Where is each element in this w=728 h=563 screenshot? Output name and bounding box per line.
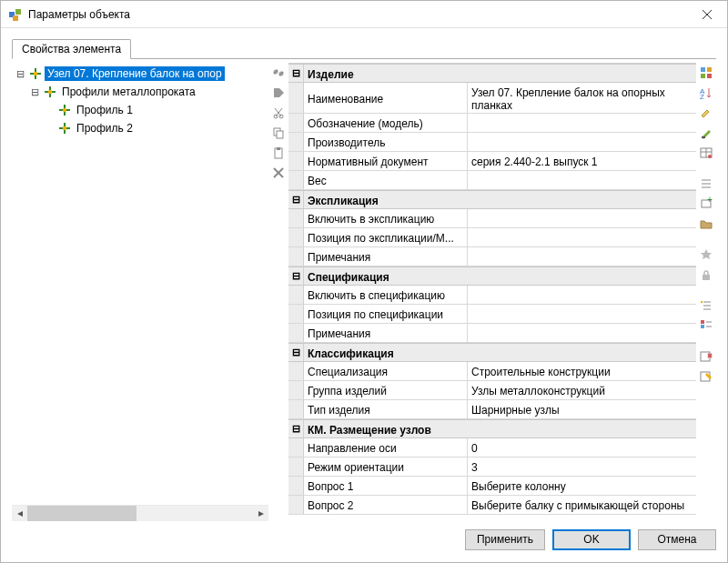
prop-spec-note[interactable]: Примечания <box>288 324 696 343</box>
prop-km-axis[interactable]: Направление оси 0 <box>288 438 696 457</box>
element-tree[interactable]: ⊟ Узел 07. Крепление балок на опор ⊟ Про… <box>12 63 268 505</box>
prop-value[interactable]: Строительные конструкции <box>468 362 696 380</box>
tree-node-child[interactable]: Профиль 2 <box>14 119 268 137</box>
prop-name[interactable]: Наименование Узел 07. Крепление балок на… <box>288 83 696 114</box>
scroll-thumb[interactable] <box>27 506 136 521</box>
prop-class-spec[interactable]: Специализация Строительные конструкции <box>288 362 696 381</box>
prop-exp-note[interactable]: Примечания <box>288 247 696 266</box>
lock-icon[interactable] <box>698 266 714 283</box>
highlight-icon[interactable] <box>698 105 714 121</box>
svg-point-39 <box>708 155 712 158</box>
prop-value[interactable] <box>468 209 696 227</box>
group-product[interactable]: ⊟ Изделие <box>288 64 696 83</box>
window-title: Параметры объекта <box>28 8 686 21</box>
prop-norm[interactable]: Нормативный документ серия 2.440-2.1 вып… <box>288 152 696 171</box>
tab-properties[interactable]: Свойства элемента <box>12 39 131 59</box>
expand-icon[interactable]: ⊟ <box>28 85 42 99</box>
table-icon[interactable] <box>698 145 714 161</box>
categorize-icon[interactable] <box>698 65 714 81</box>
prop-value[interactable] <box>468 324 696 342</box>
folder-icon[interactable] <box>698 216 714 232</box>
tree-scrollbar[interactable]: ◂ ▸ <box>12 505 268 520</box>
prop-value[interactable] <box>468 286 696 304</box>
collapse-icon[interactable]: ⊟ <box>288 65 304 82</box>
svg-point-7 <box>34 72 37 75</box>
prop-label: Вопрос 2 <box>304 496 468 514</box>
collapse-icon[interactable]: ⊟ <box>288 267 304 285</box>
group-spec[interactable]: ⊟ Спецификация <box>288 266 696 286</box>
prop-class-group[interactable]: Группа изделий Узлы металлоконструкций <box>288 381 696 400</box>
collapse-icon[interactable]: ⊟ <box>288 191 304 208</box>
tree-node-group[interactable]: ⊟ Профили металлопроката <box>14 83 268 101</box>
prop-exp-pos[interactable]: Позиция по экспликации/М... <box>288 228 696 247</box>
tree-node-label[interactable]: Профиль 1 <box>74 103 136 117</box>
prop-value[interactable]: 0 <box>468 438 696 457</box>
prop-value[interactable] <box>468 171 696 189</box>
tree-node-root[interactable]: ⊟ Узел 07. Крепление балок на опор <box>14 65 268 83</box>
prop-value[interactable]: Выберите балку с примыкающей стороны <box>468 496 696 514</box>
prop-value[interactable]: Выберите колонну <box>468 477 696 495</box>
prop-maker[interactable]: Производитель <box>288 133 696 152</box>
copy-icon[interactable] <box>270 125 287 141</box>
prop-label: Нормативный документ <box>304 152 468 170</box>
main-pane: ⊟ Узел 07. Крепление балок на опор ⊟ Про… <box>12 59 716 520</box>
apply-button[interactable]: Применить <box>465 529 545 550</box>
svg-point-13 <box>63 108 66 112</box>
prop-spec-include[interactable]: Включить в спецификацию <box>288 286 696 305</box>
link-icon[interactable] <box>270 65 287 81</box>
tree-node-label[interactable]: Профили металлопроката <box>59 85 198 99</box>
note-edit-icon[interactable] <box>698 368 714 385</box>
prop-km-orient[interactable]: Режим ориентации 3 <box>288 457 696 477</box>
prop-value[interactable]: Узлы металлоконструкций <box>468 381 696 399</box>
prop-value[interactable]: серия 2.440-2.1 выпуск 1 <box>468 152 696 170</box>
tree-node-child[interactable]: Профиль 1 <box>14 101 268 119</box>
cut-icon[interactable] <box>270 105 287 121</box>
property-grid-body: ⊟ Изделие Наименование Узел 07. Креплени… <box>288 63 696 520</box>
prop-label: Тип изделия <box>304 400 468 418</box>
prop-value[interactable] <box>468 114 696 132</box>
tree-node-label[interactable]: Профиль 2 <box>74 121 136 136</box>
dialog-window: Параметры объекта Свойства элемента ⊟ Уз… <box>0 0 728 563</box>
close-button[interactable] <box>686 1 727 28</box>
group-km[interactable]: ⊟ КМ. Размещение узлов <box>288 419 696 438</box>
app-icon <box>8 7 23 22</box>
sort-icon[interactable]: AZ <box>698 85 714 101</box>
prop-value[interactable] <box>468 305 696 323</box>
cancel-button[interactable]: Отмена <box>638 529 716 550</box>
ok-button[interactable]: OK <box>552 529 631 550</box>
prop-value[interactable] <box>468 247 696 266</box>
prop-class-type[interactable]: Тип изделия Шарнирные узлы <box>288 400 696 419</box>
group-explication[interactable]: ⊟ Экспликация <box>288 190 696 209</box>
prop-value[interactable]: 3 <box>468 457 696 476</box>
prop-km-q2[interactable]: Вопрос 2 Выберите балку с примыкающей ст… <box>288 496 696 515</box>
paste-icon[interactable] <box>270 145 287 161</box>
group-classif[interactable]: ⊟ Классификация <box>288 343 696 362</box>
prop-model[interactable]: Обозначение (модель) <box>288 114 696 133</box>
collapse-icon[interactable]: ⊟ <box>288 420 304 437</box>
scroll-right-icon[interactable]: ▸ <box>253 506 268 521</box>
delete-icon[interactable] <box>270 165 287 181</box>
prop-value[interactable] <box>468 228 696 246</box>
prop-km-q1[interactable]: Вопрос 1 Выберите колонну <box>288 477 696 496</box>
svg-rect-2 <box>13 15 18 21</box>
scroll-left-icon[interactable]: ◂ <box>12 506 27 521</box>
prop-value[interactable]: Шарнирные узлы <box>468 400 696 418</box>
star-icon[interactable] <box>698 246 714 263</box>
note-cancel-icon[interactable] <box>698 348 714 365</box>
svg-rect-50 <box>701 325 704 328</box>
prop-spec-pos[interactable]: Позиция по спецификации <box>288 305 696 324</box>
prop-value[interactable]: Узел 07. Крепление балок на опорных план… <box>468 83 696 113</box>
tag-icon[interactable] <box>270 85 287 101</box>
collapse-icon[interactable]: ⊟ <box>288 344 304 361</box>
prop-weight[interactable]: Вес <box>288 171 696 190</box>
add-item-icon[interactable]: + <box>698 196 714 212</box>
scroll-track[interactable] <box>27 506 253 521</box>
color-list-icon[interactable] <box>698 317 714 334</box>
list-icon[interactable] <box>698 176 714 192</box>
expand-icon[interactable]: ⊟ <box>14 67 27 81</box>
prop-exp-include[interactable]: Включить в экспликацию <box>288 209 696 228</box>
edit-icon[interactable] <box>698 125 714 141</box>
prop-value[interactable] <box>468 133 696 151</box>
spark-list-icon[interactable] <box>698 297 714 314</box>
tree-node-label[interactable]: Узел 07. Крепление балок на опор <box>45 66 225 81</box>
